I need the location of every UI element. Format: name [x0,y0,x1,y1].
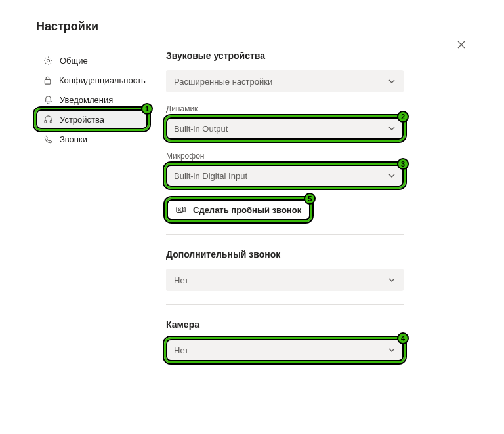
camera-dropdown[interactable]: Нет 4 [166,339,404,361]
video-person-icon [176,205,186,214]
divider [166,304,404,305]
microphone-label: Микрофон [166,151,468,161]
headset-icon [43,114,53,125]
divider [166,234,404,235]
secondary-ringer-dropdown[interactable]: Нет [166,269,404,291]
dropdown-value: Built-in Output [174,124,228,134]
close-button[interactable] [455,38,468,51]
sidebar-item-devices[interactable]: Устройства 1 [36,109,148,129]
gear-icon [43,55,53,66]
annotation-badge: 4 [397,332,409,344]
settings-main: Звуковые устройства Расширенные настройк… [166,50,468,373]
bell-icon [43,94,53,105]
chevron-down-icon [388,77,396,85]
button-label: Сделать пробный звонок [193,205,301,215]
annotation-badge: 5 [304,193,316,205]
speaker-dropdown[interactable]: Built-in Output 2 [166,117,404,140]
sidebar-item-label: Устройства [60,115,104,125]
chevron-down-icon [388,276,396,284]
chevron-down-icon [388,346,396,354]
chevron-down-icon [388,172,396,180]
svg-point-0 [47,59,49,62]
sidebar-item-privacy[interactable]: Конфиденциальность [36,70,148,90]
sidebar-item-notifications[interactable]: Уведомления [36,90,148,109]
svg-rect-3 [50,120,52,123]
sidebar-item-label: Общие [60,56,88,66]
chevron-down-icon [388,125,396,132]
microphone-dropdown[interactable]: Built-in Digital Input 3 [166,165,404,187]
svg-rect-1 [45,79,50,84]
settings-sidebar: Общие Конфиденциальность Уведомлени [36,50,148,373]
sidebar-item-label: Уведомления [60,95,113,105]
lock-icon [43,75,52,85]
dialog-content: Общие Конфиденциальность Уведомлени [36,50,468,373]
advanced-settings-dropdown[interactable]: Расширенные настройки [166,70,404,92]
speaker-label: Динамик [166,104,468,113]
dropdown-value: Нет [174,345,188,355]
close-icon [457,40,466,49]
dialog-title: Настройки [36,20,468,33]
sidebar-item-label: Звонки [60,134,87,144]
settings-dialog: Настройки Общие [0,0,504,386]
phone-icon [43,134,53,144]
secondary-ringer-heading: Дополнительный звонок [166,249,468,260]
svg-rect-2 [44,120,46,123]
sidebar-item-calls[interactable]: Звонки [36,129,148,149]
test-call-button[interactable]: Сделать пробный звонок 5 [166,199,311,221]
sidebar-item-general[interactable]: Общие [36,50,148,70]
svg-point-5 [179,208,180,209]
sidebar-item-label: Конфиденциальность [59,75,146,85]
dropdown-value: Нет [174,275,188,285]
dropdown-value: Built-in Digital Input [174,171,247,181]
camera-heading: Камера [166,319,468,330]
dropdown-value: Расширенные настройки [174,77,272,87]
audio-devices-heading: Звуковые устройства [166,50,468,61]
